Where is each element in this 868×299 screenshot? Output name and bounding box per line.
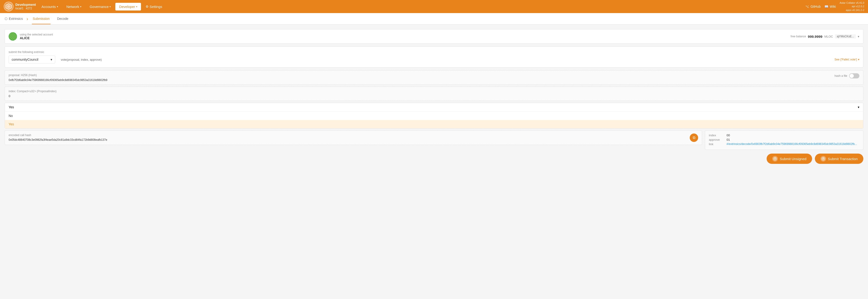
nav-right: ⌥ GitHub 📖 Wiki Astar Collator v5.41.0 a… (805, 1, 864, 12)
extrinsics-icon: ⬡ (5, 17, 7, 21)
approve-chevron-icon: ▾ (858, 105, 859, 109)
info-approve-key: approve (709, 138, 723, 141)
encoded-label: encoded call hash (9, 134, 687, 137)
bottom-columns: encoded call hash 0x05dc48840708c3e0982f… (5, 131, 863, 150)
nav-developer[interactable]: Developer ▾ (115, 3, 141, 10)
info-index-val: 00 (726, 134, 730, 137)
network-name: Development (16, 3, 36, 7)
account-name: ALICE (20, 36, 53, 40)
settings-gear-icon: ⚙ (146, 5, 149, 8)
version-line1: Astar Collator v5.41.0 (840, 1, 864, 5)
encoded-value: 0x05dc48840708c3e0982fa3f4eae5da20c81a9d… (9, 138, 687, 141)
nav-accounts[interactable]: Accounts ▾ (38, 3, 62, 10)
wiki-link[interactable]: 📖 Wiki (825, 5, 836, 8)
logo-icon (4, 2, 13, 11)
index-value: 0 (9, 94, 859, 98)
hash-file-label: hash a file (834, 74, 847, 78)
balance-label: free balance (790, 35, 806, 38)
submit-transaction-button[interactable]: Submit Transaction (815, 154, 863, 164)
info-index-key: index (709, 134, 723, 137)
submit-transaction-label: Submit Transaction (828, 157, 858, 161)
approve-dropdown-selected[interactable]: Yes ▾ (5, 103, 863, 112)
balance-unit: MLOC (824, 35, 833, 38)
extrinsics-tab-icon: ⬡ Extrinsics (5, 13, 23, 24)
call-display: vote(proposal, index, approve) (58, 56, 832, 63)
breadcrumb-arrow: › (27, 16, 28, 22)
nav-network[interactable]: Network ▾ (63, 3, 85, 10)
tab-submission[interactable]: Submission (32, 13, 51, 24)
copy-button[interactable]: ⧉ (690, 134, 698, 142)
logo-area: Development local/1 #272 (4, 2, 36, 11)
top-navigation: Development local/1 #272 Accounts ▾ Netw… (0, 0, 868, 13)
github-icon: ⌥ (805, 5, 809, 8)
tabs-bar: ⬡ Extrinsics › Submission Decode (0, 13, 868, 25)
nav-governance[interactable]: Governance ▾ (86, 3, 115, 10)
info-row-approve: approve 01 (709, 138, 859, 141)
info-row-link: link #/extrinsics/decode/0x6903fb7f2d6ab… (709, 142, 859, 146)
index-label: index: Compact<u32> (ProposalIndex) (9, 90, 859, 93)
submit-unsigned-label: Submit Unsigned (780, 157, 806, 161)
info-link-key: link (709, 142, 723, 146)
info-row-index: index 00 (709, 134, 859, 137)
account-left: using the selected account ALICE (9, 32, 53, 40)
approve-option-yes[interactable]: Yes (5, 120, 863, 128)
proposal-hash-value: 0xfb7f2d6ab9c04e75969988166cf09365eb9c8d… (9, 78, 859, 82)
info-panel: index 00 approve 01 link #/extrinsics/de… (705, 131, 863, 150)
hash-toggle-group: hash a file (834, 73, 859, 78)
network-info: Development local/1 #272 (16, 3, 36, 10)
proposal-label: proposal: H256 (Hash) (9, 74, 37, 77)
wiki-label: Wiki (830, 5, 836, 8)
nav-accounts-label: Accounts (41, 5, 56, 9)
submit-transaction-icon (820, 156, 826, 162)
main-content: using the selected account ALICE free ba… (0, 25, 868, 299)
see-palette-label: See {'Pallet::vote'} (834, 58, 857, 61)
pallet-select[interactable]: communityCouncil ▾ (9, 56, 55, 63)
account-dropdown-arrow[interactable]: ▾ (858, 35, 859, 38)
accounts-chevron-icon: ▾ (57, 5, 58, 8)
version-line2: api v12.0.2 (840, 5, 864, 8)
form-row: communityCouncil ▾ vote(proposal, index,… (9, 56, 859, 63)
approve-selected-value: Yes (9, 105, 14, 109)
account-label: using the selected account (20, 33, 53, 36)
nav-network-label: Network (66, 5, 79, 9)
hash-file-toggle[interactable] (849, 73, 859, 78)
submit-row: Submit Unsigned Submit Transaction (5, 154, 863, 164)
nav-settings-label: Settings (150, 5, 162, 9)
encoded-section: encoded call hash 0x05dc48840708c3e0982f… (5, 131, 702, 145)
tab-decode[interactable]: Decode (56, 13, 69, 24)
wiki-icon: 📖 (825, 5, 828, 8)
version-info: Astar Collator v5.41.0 api v12.0.2 apps … (840, 1, 864, 12)
info-link-value[interactable]: #/extrinsics/decode/0x6903fb7f2d6ab9c04e… (726, 142, 857, 146)
form-label: submit the following extrinsic (9, 50, 859, 54)
account-bar: using the selected account ALICE free ba… (5, 29, 863, 44)
approve-option-no[interactable]: No (5, 112, 863, 120)
nav-developer-label: Developer (119, 5, 135, 9)
account-address: ajYMsCKsE... (835, 34, 856, 38)
developer-chevron-icon: ▾ (136, 5, 137, 8)
info-approve-val: 01 (726, 138, 730, 141)
pallet-value: communityCouncil (12, 58, 38, 61)
version-line3: apps v0.141.2-2 (840, 8, 864, 12)
network-chevron-icon: ▾ (80, 5, 81, 8)
pallet-chevron-icon: ▾ (51, 58, 52, 61)
nav-settings[interactable]: ⚙ Settings (142, 3, 166, 10)
balance-value: 999.9999 (808, 34, 823, 38)
governance-chevron-icon: ▾ (110, 5, 111, 8)
bottom-right: index 00 approve 01 link #/extrinsics/de… (705, 131, 863, 150)
bottom-left: encoded call hash 0x05dc48840708c3e0982f… (5, 131, 702, 150)
encoded-left: encoded call hash 0x05dc48840708c3e0982f… (9, 134, 687, 141)
submit-unsigned-icon (772, 156, 778, 162)
github-link[interactable]: ⌥ GitHub (805, 5, 821, 8)
network-detail: local/1 #272 (16, 7, 36, 10)
hash-toggle-row: proposal: H256 (Hash) hash a file (9, 73, 859, 78)
extrinsics-label: Extrinsics (9, 17, 23, 21)
account-right: free balance 999.9999 MLOC ajYMsCKsE... … (790, 34, 859, 38)
nav-governance-label: Governance (90, 5, 109, 9)
submit-unsigned-button[interactable]: Submit Unsigned (767, 154, 812, 164)
extrinsic-form-section: submit the following extrinsic community… (5, 47, 863, 67)
account-info: using the selected account ALICE (20, 33, 53, 40)
see-palette-link[interactable]: See {'Pallet::vote'} ▾ (834, 58, 859, 61)
approve-dropdown-section: Yes ▾ No Yes (5, 103, 863, 129)
copy-icon: ⧉ (693, 136, 695, 140)
avatar (9, 32, 17, 40)
